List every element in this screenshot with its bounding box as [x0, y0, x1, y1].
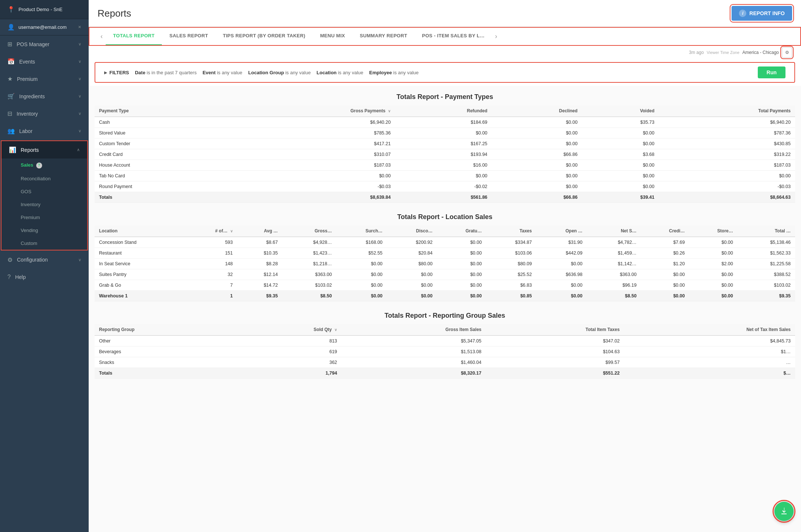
table-row: House Account$187.03$16.00$0.00$0.00$187…: [95, 160, 795, 171]
help-icon: ?: [7, 274, 11, 280]
sidebar-item-label: Labor: [19, 128, 33, 134]
inventory-icon: ⊟: [7, 110, 12, 117]
sidebar-item-premium[interactable]: ★ Premium ∨: [0, 70, 89, 88]
table-row: In Seat Service148$8.28$1,218…$0.00$80.0…: [95, 259, 795, 269]
sidebar-item-inventory[interactable]: ⊟ Inventory ∨: [0, 105, 89, 122]
col-net-tax-sales: Net of Tax Item Sales: [624, 324, 795, 335]
col-sold-qty[interactable]: Sold Qty ∨: [237, 324, 341, 335]
timezone-label: Viewer Time Zone: [707, 50, 739, 55]
download-button[interactable]: [774, 502, 794, 521]
labor-icon: 👥: [7, 127, 15, 134]
timezone-value: America - Chicago: [742, 50, 779, 55]
tab-totals-report[interactable]: TOTALS REPORT: [106, 27, 162, 45]
sidebar-item-events[interactable]: 📅 Events ∨: [0, 53, 89, 70]
sidebar-item-pos-manager[interactable]: ⊞ POS Manager ∨: [0, 35, 89, 53]
tab-menu-mix[interactable]: MENU MIX: [313, 27, 352, 45]
username: username@email.com: [18, 24, 67, 30]
sidebar-item-label: Configuration: [17, 257, 48, 263]
report-info-label: REPORT INFO: [749, 10, 785, 16]
reports-subnav: Sales ? Reconciliation GOS Inventory Pre…: [1, 158, 87, 250]
tab-summary-report[interactable]: SUMMARY REPORT: [352, 27, 415, 45]
sidebar-header: 📍 Product Demo - SnE: [0, 0, 89, 19]
filter-date-text: Date is in the past 7 quarters: [135, 70, 197, 75]
col-payment-type: Payment Type: [95, 105, 233, 117]
tab-sales-report[interactable]: SALES REPORT: [162, 27, 215, 45]
sidebar-item-help[interactable]: ? Help: [0, 269, 89, 286]
info-icon: i: [739, 10, 746, 17]
filter-employee-text: Employee is any value: [369, 70, 419, 75]
filters-toggle[interactable]: ▶ FILTERS: [104, 70, 129, 75]
table-row: Totals$8,639.84$561.86$66.86$39.41$8,664…: [95, 192, 795, 203]
sidebar-subnav-premium[interactable]: Premium: [1, 211, 87, 224]
sidebar-subnav-sales[interactable]: Sales ?: [1, 158, 87, 172]
filter-arrow-icon: ▶: [104, 71, 107, 75]
tab-tips-report[interactable]: TIPS REPORT (BY ORDER TAKER): [215, 27, 313, 45]
expand-arrow-icon: ∨: [78, 94, 81, 99]
time-ago: 3m ago: [689, 50, 704, 55]
filters-bar: ▶ FILTERS Date is in the past 7 quarters…: [95, 62, 795, 83]
sidebar-subnav-custom[interactable]: Custom: [1, 237, 87, 250]
table-row: Tab No Card$0.00$0.00$0.00$0.00$0.00: [95, 171, 795, 181]
tab-pos-item-sales[interactable]: POS - ITEM SALES BY L…: [415, 27, 492, 45]
configuration-icon: ⚙: [7, 256, 13, 263]
table-row: Totals1,794$8,320.17$551.22$…: [95, 368, 795, 379]
sidebar-item-configuration[interactable]: ⚙ Configuration ∨: [0, 251, 89, 269]
col-reporting-group: Reporting Group: [95, 324, 237, 335]
table-row: Grab & Go7$14.72$103.02$0.00$0.00$0.00$6…: [95, 280, 795, 291]
sidebar-subnav-reconciliation[interactable]: Reconciliation: [1, 172, 87, 185]
col-total-payments: Total Payments: [659, 105, 795, 117]
tab-prev-button[interactable]: ‹: [98, 33, 106, 40]
sidebar-subnav-vending[interactable]: Vending: [1, 224, 87, 237]
sidebar-subnav-inventory[interactable]: Inventory: [1, 198, 87, 211]
page-title: Reports: [98, 8, 131, 19]
col-refunded: Refunded: [395, 105, 492, 117]
sidebar-item-label: Premium: [17, 76, 38, 82]
reporting-group-title: Totals Report - Reporting Group Sales: [95, 304, 795, 324]
sidebar-user[interactable]: 👤 username@email.com ✕: [0, 19, 89, 35]
table-row: Credit Card$310.07$193.94$66.86$3.68$319…: [95, 149, 795, 160]
table-row: Stored Value$785.36$0.00$0.00$0.00$787.3…: [95, 128, 795, 139]
content-area: Totals Report - Payment Types Payment Ty…: [89, 86, 801, 532]
settings-icon[interactable]: ⚙: [782, 47, 792, 58]
user-expand-icon: ✕: [78, 25, 81, 30]
pos-manager-icon: ⊞: [7, 41, 12, 48]
sidebar-subnav-gos[interactable]: GOS: [1, 185, 87, 198]
location-icon: 📍: [7, 6, 15, 13]
expand-arrow-icon: ∨: [78, 42, 81, 47]
user-icon: 👤: [7, 24, 15, 31]
download-icon: [780, 507, 788, 516]
sidebar-item-label: Ingredients: [19, 93, 45, 99]
table-row: Round Payment-$0.03-$0.02$0.00$0.00-$0.0…: [95, 181, 795, 192]
sidebar-item-labor[interactable]: 👥 Labor ∨: [0, 122, 89, 140]
payment-types-title: Totals Report - Payment Types: [95, 86, 795, 105]
expand-arrow-icon: ∨: [78, 111, 81, 116]
sidebar-item-reports[interactable]: 📊 Reports ∧: [1, 141, 87, 158]
topbar: Reports i REPORT INFO: [89, 0, 801, 27]
expand-arrow-icon: ∨: [78, 129, 81, 133]
reports-icon: 📊: [9, 146, 16, 153]
sidebar-item-ingredients[interactable]: 🛒 Ingredients ∨: [0, 88, 89, 105]
table-row: Concession Stand593$8.67$4,928…$168.00$2…: [95, 237, 795, 248]
run-button[interactable]: Run: [758, 66, 785, 78]
filter-location-text: Location is any value: [317, 70, 363, 75]
location-sales-table: Location# of… ∨Avg …Gross…Surch…Disco…Gr…: [95, 225, 795, 301]
ingredients-icon: 🛒: [7, 93, 15, 100]
col-voided: Voided: [582, 105, 659, 117]
tab-next-button[interactable]: ›: [492, 33, 500, 40]
sidebar-item-label: Reports: [21, 147, 39, 153]
sidebar-item-label: POS Manager: [17, 41, 50, 47]
table-row: Other813$5,347.05$347.02$4,845.73: [95, 335, 795, 347]
filters-label: FILTERS: [109, 70, 129, 75]
table-row: Suites Pantry32$12.14$363.00$0.00$0.00$0…: [95, 269, 795, 280]
table-row: Custom Tender$417.21$167.25$0.00$0.00$43…: [95, 139, 795, 149]
col-declined: Declined: [492, 105, 582, 117]
filter-event-text: Event is any value: [202, 70, 242, 75]
table-row: Restaurant151$10.35$1,423…$52.55$20.84$0…: [95, 248, 795, 259]
reporting-group-table: Reporting Group Sold Qty ∨ Gross Item Sa…: [95, 324, 795, 379]
report-info-button[interactable]: i REPORT INFO: [732, 6, 792, 21]
expand-arrow-icon: ∧: [77, 147, 80, 152]
col-gross-payments[interactable]: Gross Payments ∨: [233, 105, 395, 117]
sidebar-item-label: Inventory: [17, 111, 38, 117]
col-gross-item-sales: Gross Item Sales: [341, 324, 486, 335]
expand-arrow-icon: ∨: [78, 59, 81, 64]
